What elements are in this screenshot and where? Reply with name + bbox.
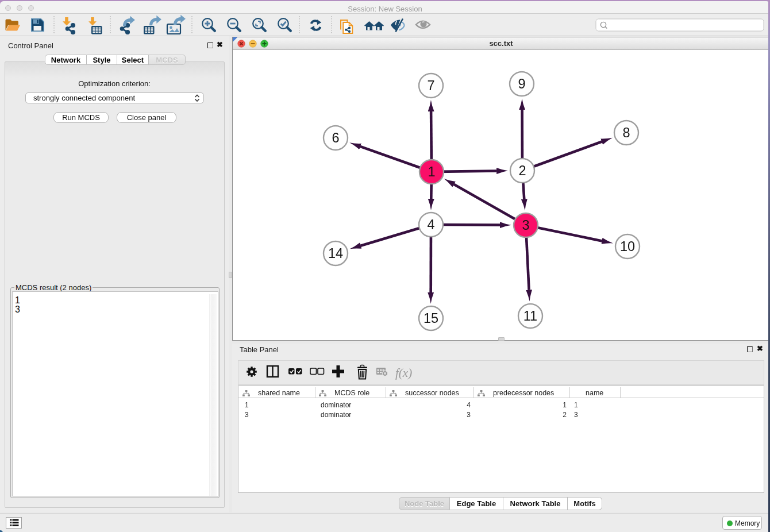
svg-text:14: 14 bbox=[328, 246, 343, 261]
svg-text:9: 9 bbox=[518, 76, 525, 91]
svg-text:11: 11 bbox=[523, 309, 537, 323]
svg-text:7: 7 bbox=[427, 78, 434, 93]
svg-text:f(x): f(x) bbox=[395, 366, 412, 380]
svg-text:2: 2 bbox=[518, 163, 526, 178]
svg-text:15: 15 bbox=[424, 311, 438, 326]
svg-text:8: 8 bbox=[622, 125, 630, 140]
svg-text:1: 1 bbox=[428, 164, 435, 179]
svg-text:4: 4 bbox=[427, 217, 434, 232]
svg-text:6: 6 bbox=[332, 130, 339, 145]
svg-text:3: 3 bbox=[522, 218, 529, 233]
svg-text:10: 10 bbox=[620, 239, 635, 254]
